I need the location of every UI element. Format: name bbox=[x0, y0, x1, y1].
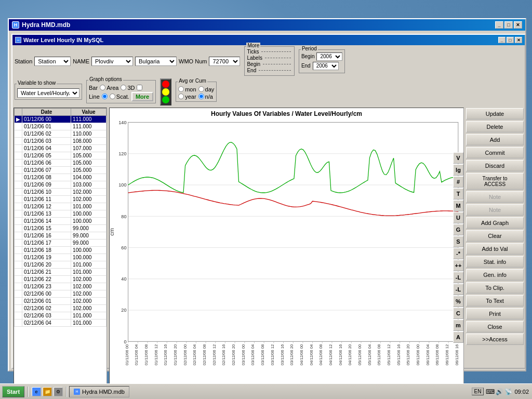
to-text-button[interactable]: To Text bbox=[466, 295, 524, 307]
add-graph-button[interactable]: Add Graph bbox=[466, 217, 524, 229]
table-row[interactable]: 01/12/06 07 105.000 bbox=[15, 167, 107, 174]
close-button[interactable]: Close bbox=[466, 321, 524, 332]
table-row[interactable]: 01/12/06 10 102.000 bbox=[15, 189, 107, 196]
table-row[interactable]: 01/12/06 15 99.000 bbox=[15, 225, 107, 232]
discard-button[interactable]: Discard bbox=[466, 160, 524, 171]
name-dropdown[interactable]: Plovdiv bbox=[91, 57, 133, 66]
table-row[interactable]: 02/12/06 04 101.000 bbox=[15, 320, 107, 327]
note2-button[interactable]: Note bbox=[466, 204, 524, 216]
header-controls: Station Station NAME Plovdiv Bulgaria WM… bbox=[12, 45, 525, 107]
more-button[interactable]: More bbox=[131, 92, 153, 101]
table-row[interactable]: 01/12/06 23 102.000 bbox=[15, 283, 107, 290]
period-begin-dropdown[interactable]: 2006 bbox=[316, 52, 342, 61]
add-to-val-button[interactable]: Add to Val bbox=[466, 243, 524, 255]
variable-show-dropdown[interactable]: Water Level/Hourly/c bbox=[17, 88, 79, 98]
table-row[interactable]: 01/12/06 04 107.000 bbox=[15, 145, 107, 152]
svg-text:05/12/06 20: 05/12/06 20 bbox=[406, 344, 411, 365]
note1-button[interactable]: Note bbox=[466, 191, 524, 203]
row-marker bbox=[15, 218, 22, 225]
minus-l-button[interactable]: -L bbox=[453, 272, 463, 283]
add-button[interactable]: Add bbox=[466, 134, 524, 145]
period-end-dropdown[interactable]: 2006 bbox=[313, 62, 339, 70]
table-row[interactable]: 01/12/06 20 101.000 bbox=[15, 261, 107, 269]
t-button[interactable]: T bbox=[453, 188, 463, 200]
lg-button[interactable]: lg bbox=[453, 164, 463, 176]
table-row[interactable]: 01/12/06 12 101.000 bbox=[15, 203, 107, 210]
minus-l2-button[interactable]: -L bbox=[453, 284, 463, 295]
m-lower-button[interactable]: m bbox=[453, 320, 463, 331]
c-button[interactable]: C bbox=[453, 308, 463, 319]
table-row[interactable]: 01/12/06 03 108.000 bbox=[15, 138, 107, 145]
folder-icon[interactable]: 📁 bbox=[43, 387, 52, 396]
table-row[interactable]: 01/12/06 09 103.000 bbox=[15, 181, 107, 189]
table-row[interactable]: 01/12/06 05 105.000 bbox=[15, 152, 107, 159]
table-row[interactable]: 01/12/06 11 102.000 bbox=[15, 196, 107, 203]
table-row[interactable]: 01/12/06 13 100.000 bbox=[15, 210, 107, 218]
u-button[interactable]: U bbox=[453, 212, 463, 223]
svg-rect-17 bbox=[128, 122, 458, 341]
minus-star-button[interactable]: -* bbox=[453, 248, 463, 259]
row-marker bbox=[15, 232, 22, 240]
table-row[interactable]: ▶ 01/12/06 00 111.000 bbox=[15, 116, 107, 123]
avg-cum-label: Avg or Cum bbox=[178, 78, 207, 84]
plus-plus-button[interactable]: ++ bbox=[453, 260, 463, 271]
transfer-access-button[interactable]: Transfer toACCESS bbox=[466, 173, 524, 190]
update-button[interactable]: Update bbox=[466, 108, 524, 119]
print-button[interactable]: Print bbox=[466, 308, 524, 320]
inner-maximize-button[interactable]: □ bbox=[507, 37, 514, 43]
mon-radio[interactable] bbox=[178, 86, 184, 92]
table-row[interactable]: 02/12/06 00 102.000 bbox=[15, 290, 107, 298]
table-row[interactable]: 01/12/06 19 100.000 bbox=[15, 254, 107, 261]
table-row[interactable]: 02/12/06 03 101.000 bbox=[15, 312, 107, 320]
to-clip-button[interactable]: To Clip. bbox=[466, 282, 524, 294]
stat-info-button[interactable]: Stat. info bbox=[466, 256, 524, 268]
table-row[interactable]: 02/12/06 02 102.000 bbox=[15, 305, 107, 312]
access-button[interactable]: >>Access bbox=[466, 334, 524, 345]
cell-value: 104.000 bbox=[71, 174, 107, 181]
table-row[interactable]: 01/12/06 08 104.000 bbox=[15, 174, 107, 181]
day-radio[interactable] bbox=[198, 86, 204, 92]
table-row[interactable]: 01/12/06 01 111.000 bbox=[15, 123, 107, 130]
table-row[interactable]: 01/12/06 14 100.000 bbox=[15, 218, 107, 225]
hash-button[interactable]: # bbox=[453, 176, 463, 188]
area-radio[interactable] bbox=[100, 85, 105, 90]
inner-minimize-button[interactable]: _ bbox=[498, 37, 506, 43]
s-button[interactable]: S bbox=[453, 236, 463, 247]
clear-button[interactable]: Clear bbox=[466, 230, 524, 242]
station-dropdown[interactable]: Station bbox=[34, 57, 71, 66]
inner-close-button[interactable]: ✕ bbox=[515, 37, 522, 43]
table-row[interactable]: 01/12/06 21 101.000 bbox=[15, 269, 107, 276]
table-row[interactable]: 01/12/06 22 102.000 bbox=[15, 276, 107, 283]
tool-icon[interactable]: ⚙ bbox=[54, 387, 63, 396]
table-row[interactable]: 01/12/06 18 100.000 bbox=[15, 247, 107, 254]
col-marker bbox=[15, 109, 22, 116]
table-row[interactable]: 01/12/06 17 99.000 bbox=[15, 240, 107, 247]
minimize-button[interactable]: _ bbox=[495, 21, 503, 29]
start-button[interactable]: Start bbox=[2, 386, 24, 397]
gen-info-button[interactable]: Gen. info bbox=[466, 269, 524, 281]
line-radio[interactable] bbox=[102, 94, 108, 99]
m-button[interactable]: M bbox=[453, 200, 463, 211]
g-button[interactable]: G bbox=[453, 224, 463, 235]
country-dropdown[interactable]: Bulgaria bbox=[135, 57, 177, 66]
table-row[interactable]: 01/12/06 16 99.000 bbox=[15, 232, 107, 240]
ie-icon[interactable]: e bbox=[32, 387, 41, 396]
year-radio[interactable] bbox=[178, 94, 184, 99]
threed-radio[interactable] bbox=[121, 85, 126, 90]
a-button[interactable]: A bbox=[453, 331, 463, 343]
taskbar-app-item[interactable]: H Hydra HMD.mdb bbox=[69, 386, 129, 397]
wmo-dropdown[interactable]: 72700 bbox=[209, 57, 240, 66]
close-outer-button[interactable]: ✕ bbox=[514, 21, 522, 29]
table-row[interactable]: 02/12/06 01 102.000 bbox=[15, 298, 107, 305]
scat-radio[interactable] bbox=[110, 94, 115, 99]
table-row[interactable]: 01/12/06 02 110.000 bbox=[15, 130, 107, 138]
commit-button[interactable]: Commit bbox=[466, 147, 524, 158]
v-button[interactable]: V bbox=[453, 152, 463, 164]
percent-button[interactable]: % bbox=[453, 296, 463, 307]
na-radio[interactable] bbox=[198, 94, 204, 99]
threed-check[interactable] bbox=[137, 85, 142, 90]
table-row[interactable]: 01/12/06 06 105.000 bbox=[15, 159, 107, 167]
cell-value: 100.000 bbox=[71, 247, 107, 254]
delete-button[interactable]: Delete bbox=[466, 121, 524, 132]
maximize-button[interactable]: □ bbox=[504, 21, 513, 29]
